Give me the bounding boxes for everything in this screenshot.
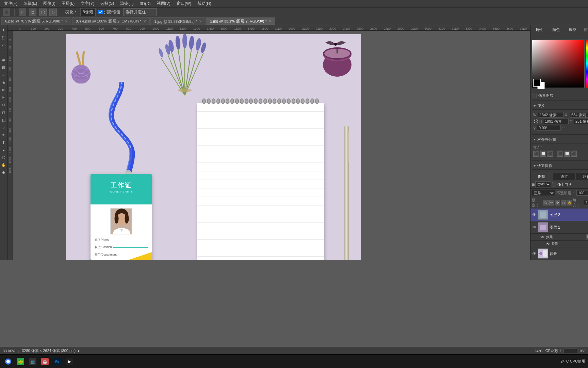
hue-slider[interactable]	[586, 40, 588, 88]
transform-title[interactable]: 变换	[532, 102, 588, 110]
zoom-tool[interactable]: ⊕	[0, 169, 7, 176]
taskbar-item4[interactable]: ☕	[39, 356, 50, 367]
align-top[interactable]: ⬛	[557, 151, 563, 157]
panel-tab-history[interactable]: 历史记录	[582, 27, 588, 38]
lock-transparent[interactable]: ⬡	[543, 200, 548, 205]
layer-1-vis[interactable]: 👁	[532, 225, 537, 230]
w-input[interactable]	[538, 112, 564, 118]
align-right[interactable]: ⬛	[547, 151, 553, 157]
menu-file[interactable]: 文件(F)	[1, 0, 20, 7]
lock-position[interactable]: ✛	[555, 200, 560, 205]
layer-bg-item[interactable]: 👁 背景 🔒	[530, 247, 588, 260]
layer-shadow-item[interactable]: 👁 投影	[530, 241, 588, 247]
panel-tab-adjust[interactable]: 调整	[565, 27, 581, 38]
tab-4[interactable]: 2.jpg @ 33.1% (图层 2, RGB/8#) * ✕	[206, 17, 275, 25]
eraser-tool[interactable]: ◻	[0, 109, 7, 116]
antialias-check[interactable]	[98, 10, 103, 14]
feather-value[interactable]: 8像素	[80, 8, 96, 16]
dodge-tool[interactable]: ○	[0, 124, 7, 131]
eyedropper-tool[interactable]: ✓	[0, 72, 7, 78]
align-title[interactable]: 对齐并分布	[532, 136, 588, 143]
lock-all[interactable]: 🔒	[567, 200, 572, 205]
tab-4-close[interactable]: ✕	[269, 19, 272, 23]
tab-2-close[interactable]: ✕	[143, 19, 146, 23]
menu-type[interactable]: 文字(Y)	[78, 0, 97, 7]
layer-2-vis[interactable]: 👁	[532, 212, 537, 217]
menu-image[interactable]: 图像(I)	[40, 0, 58, 7]
menu-edit[interactable]: 编辑(E)	[21, 0, 40, 7]
tab-1-close[interactable]: ✕	[65, 19, 68, 23]
layer-item-2[interactable]: 👁 图层 2	[530, 209, 588, 221]
filter-select[interactable]: 类型	[535, 181, 551, 187]
layer-fx-item[interactable]: 👁 效果	[530, 234, 588, 241]
color-picker[interactable]	[530, 38, 588, 89]
menu-3d[interactable]: 3D(D)	[137, 1, 153, 7]
align-bottom[interactable]: ⬛	[571, 151, 577, 157]
smart-filter-icon[interactable]: ✦	[569, 182, 572, 187]
path-select-tool[interactable]: ▸	[0, 147, 7, 153]
align-left[interactable]: ⬛	[533, 151, 539, 157]
square-tool[interactable]: ◻	[29, 9, 36, 16]
canvas-area[interactable]: 工作证 WORK PERMIT	[13, 31, 530, 260]
pen-tool[interactable]: ✒	[0, 132, 7, 138]
bg-vis[interactable]: 👁	[532, 251, 537, 256]
panel-tab-attributes[interactable]: 颜色	[548, 27, 564, 38]
adjust-filter-icon[interactable]: ◑	[557, 182, 561, 187]
taskbar-video[interactable]: ▶	[64, 356, 75, 367]
shadow-vis[interactable]: 👁	[545, 242, 550, 246]
circle-tool[interactable]: ◯	[39, 9, 47, 16]
quick-ops-title[interactable]: 快速操作 ...	[532, 162, 588, 170]
menu-view[interactable]: 视图(V)	[154, 0, 173, 7]
lasso-select-tool[interactable]: ⌒	[0, 49, 7, 56]
antialias-checkbox[interactable]: 消除锯齿	[98, 9, 120, 15]
menu-filter[interactable]: 滤镜(T)	[117, 0, 136, 7]
channels-tab[interactable]: 通道	[553, 173, 575, 180]
hand-tool[interactable]: ✋	[0, 162, 7, 168]
heal-tool[interactable]: ◈	[0, 79, 7, 86]
shape-filter-icon[interactable]: ◻	[565, 182, 568, 187]
move-tool[interactable]: ✛	[0, 27, 7, 33]
ellipse-tool[interactable]: ◌	[49, 9, 57, 16]
type-tool[interactable]: T	[0, 139, 7, 146]
angle-input[interactable]	[537, 125, 561, 131]
gradient-tool[interactable]: ◫	[0, 117, 7, 123]
brush-tool[interactable]: ✏	[0, 87, 7, 93]
layer-item-1[interactable]: 👁 图层 1	[530, 221, 588, 234]
h-input[interactable]	[543, 119, 569, 124]
quick-select-tool[interactable]: ⊕	[0, 57, 7, 63]
lock-artboards[interactable]: ◻	[561, 200, 566, 205]
opacity-input[interactable]	[576, 190, 588, 196]
rect-tool[interactable]: ▭	[19, 9, 26, 16]
pixel-filter-icon[interactable]: ⬛	[552, 182, 557, 187]
lasso-tool[interactable]: ⚫	[3, 9, 10, 16]
taskbar-item3[interactable]: 📺	[27, 356, 38, 367]
menu-help[interactable]: 帮助(H)	[195, 0, 214, 7]
text-filter-icon[interactable]: T	[561, 182, 564, 187]
menu-layer[interactable]: 图层(L)	[59, 0, 78, 7]
rotate-left[interactable]: ↩	[562, 126, 565, 130]
rect-select-tool[interactable]: ▭	[0, 42, 7, 48]
fill-input[interactable]	[584, 200, 588, 205]
fx-vis[interactable]: 👁	[540, 235, 545, 240]
tab-3-close[interactable]: ✕	[199, 19, 202, 23]
taskbar-chrome[interactable]	[3, 356, 14, 367]
clone-tool[interactable]: ✂	[0, 94, 7, 101]
lock-pixels[interactable]: ✏	[549, 200, 554, 205]
rotate-right[interactable]: ↪	[567, 126, 570, 130]
menu-window[interactable]: 窗口(W)	[174, 0, 194, 7]
crop-tool[interactable]: ⊡	[0, 64, 7, 71]
tab-2[interactable]: (C) 4.psd @ 100% (图层 2, CMYK/8#) * ✕	[72, 17, 150, 25]
tab-3[interactable]: 1.jpg @ 33.3%(RGB/8#) * ✕	[150, 17, 206, 25]
foreground-swatch[interactable]	[533, 79, 541, 87]
taskbar-item2[interactable]: 🐸	[15, 356, 26, 367]
blend-mode-select[interactable]: 正常	[532, 190, 555, 196]
taskbar-photoshop[interactable]: Ps	[52, 356, 63, 367]
y-input[interactable]	[574, 119, 588, 124]
panel-tab-color[interactable]: 属性	[531, 27, 547, 38]
artboard-tool[interactable]: ⬚	[0, 34, 7, 41]
tab-1[interactable]: 6.psd @ 70.9% (图层 5, RGB/8#) * ✕	[1, 17, 71, 25]
layers-tab[interactable]: 图层	[530, 173, 553, 180]
align-center-h[interactable]: ⬜	[564, 151, 570, 157]
x-input[interactable]	[570, 112, 588, 118]
select-masking-dropdown[interactable]: 选择并遮住...	[123, 8, 157, 16]
